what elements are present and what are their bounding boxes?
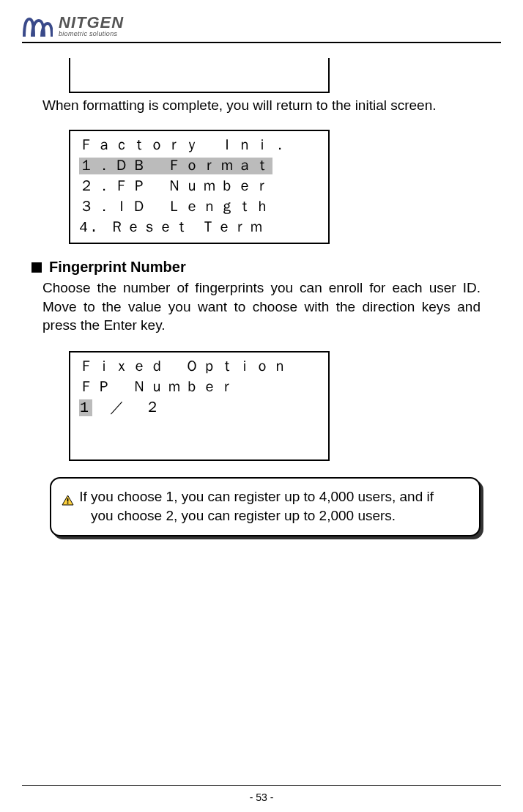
section-body: Choose the number of fingerprints you ca…: [42, 278, 481, 335]
svg-rect-0: [67, 498, 69, 502]
option-rest: ／ ２: [92, 399, 163, 416]
brand-text: NITGEN biometric solutions: [59, 15, 124, 37]
option-line-3: 1 ／ ２: [79, 398, 319, 418]
square-bullet-icon: [31, 262, 42, 273]
note-line-1: If you choose 1, you can register up to …: [79, 489, 434, 504]
factory-menu-screen: Ｆａｃｔｏｒｙ Ｉｎｉ． １．ＤＢ Ｆｏｒｍａｔ ２．ＦＰ Ｎｕｍｂｅｒ ３．Ｉ…: [69, 130, 330, 244]
logo-icon: [22, 16, 53, 37]
menu-title: Ｆａｃｔｏｒｙ Ｉｎｉ．: [79, 136, 319, 156]
option-line-2: ＦＰ Ｎｕｍｂｅｒ: [79, 377, 319, 398]
footer-divider: [22, 785, 501, 786]
note-line-2: you choose 2, you can register up to 2,0…: [62, 506, 469, 525]
option-screen: Ｆｉｘｅｄ Ｏｐｔｉｏｎ ＦＰ Ｎｕｍｂｅｒ 1 ／ ２: [69, 351, 330, 461]
menu-item-2: ２．ＦＰ Ｎｕｍｂｅｒ: [79, 177, 319, 197]
brand-name: NITGEN: [59, 15, 124, 31]
menu-item-3: ３．ＩＤ Ｌｅｎｇｔｈ: [79, 197, 319, 218]
page-number: - 53 -: [0, 791, 523, 803]
svg-rect-1: [67, 503, 69, 504]
section-header: Fingerprint Number: [31, 259, 481, 276]
option-line-1: Ｆｉｘｅｄ Ｏｐｔｉｏｎ: [79, 357, 319, 377]
header-divider: [22, 42, 501, 43]
empty-screen-bottom: [69, 58, 330, 93]
intro-paragraph: When formatting is complete, you will re…: [42, 97, 481, 114]
menu-item-4: 4. Ｒｅｓｅｔ Ｔｅｒｍ: [79, 218, 319, 238]
note-box: If you choose 1, you can register up to …: [50, 477, 481, 536]
brand-header: NITGEN biometric solutions: [22, 15, 501, 37]
page-content: When formatting is complete, you will re…: [22, 58, 501, 536]
menu-item-selected: １．ＤＢ Ｆｏｒｍａｔ: [79, 156, 319, 177]
section-title: Fingerprint Number: [49, 259, 186, 276]
note-callout: If you choose 1, you can register up to …: [50, 477, 481, 536]
warning-icon: [62, 492, 74, 503]
option-selected: 1: [79, 399, 92, 416]
brand-tagline: biometric solutions: [59, 31, 124, 37]
